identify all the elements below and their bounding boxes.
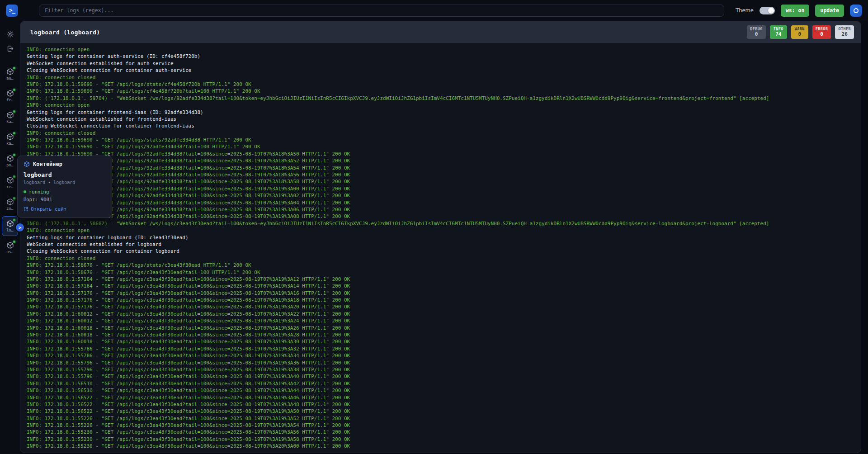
level-badge-label: OTHER	[838, 27, 851, 32]
container-cube-icon	[6, 111, 14, 119]
log-line: INFO: connection open	[27, 227, 861, 234]
level-badge[interactable]: ERROR 0	[812, 25, 831, 39]
log-line: INFO: 172.18.0.1:56522 - "GET /api/logs/…	[27, 401, 861, 408]
container-label: ka…	[6, 141, 13, 146]
log-line: INFO: 172.18.0.1:57176 - "GET /api/logs/…	[27, 297, 861, 303]
theme-label: Theme	[736, 7, 754, 14]
tooltip-status-text: running	[29, 189, 49, 194]
update-button[interactable]: update	[815, 5, 844, 17]
container-label: au…	[6, 76, 13, 80]
log-line: INFO: 172.18.0.1:59690 - "GET /api/logs/…	[27, 165, 861, 171]
running-status-dot	[13, 219, 15, 221]
tooltip-status: running	[24, 189, 106, 194]
log-panel: logboard (logboard) DEBUG 0 INFO 74 WARN…	[20, 21, 861, 453]
log-line: INFO: 172.18.0.1:59690 - "GET /api/logs/…	[27, 206, 861, 213]
container-cube-icon	[6, 176, 14, 184]
container-label: fr…	[6, 98, 13, 102]
container-label: re…	[6, 184, 13, 189]
sidebar-container-item[interactable]: re…	[2, 173, 18, 193]
settings-button[interactable]	[4, 28, 16, 40]
running-status-dot	[13, 110, 15, 113]
log-line: INFO: 172.18.0.1:59690 - "GET /api/logs/…	[27, 151, 861, 157]
sidebar-container-item[interactable]: au…	[2, 64, 18, 84]
container-label: us…	[6, 250, 13, 254]
log-line: INFO: connection open	[27, 102, 861, 109]
running-status-dot	[13, 241, 15, 243]
log-line: Closing WebSocket connection for contain…	[27, 248, 861, 255]
sidebar-container-item[interactable]: ka…	[2, 108, 18, 128]
log-line: INFO: 172.18.0.1:55226 - "GET /api/logs/…	[27, 415, 861, 422]
container-label: po…	[6, 163, 13, 167]
log-line: WebSocket connection established for log…	[27, 241, 861, 248]
app-logo-terminal-icon: >_	[6, 5, 18, 17]
level-badge-count: 0	[816, 31, 828, 38]
level-badge[interactable]: INFO 74	[770, 25, 787, 39]
log-line: INFO: 172.18.0.1:60018 - "GET /api/logs/…	[27, 331, 861, 338]
log-line: Getting logs for container logboard (ID:…	[27, 234, 861, 241]
log-line: INFO: 172.18.0.1:55796 - "GET /api/logs/…	[27, 373, 861, 380]
account-button[interactable]	[850, 5, 862, 17]
container-cube-icon	[6, 220, 14, 227]
cube-icon	[24, 161, 30, 167]
container-cube-icon	[6, 90, 14, 97]
level-badge-label: DEBUG	[750, 27, 763, 32]
topbar: >_ Theme ws: on update	[0, 0, 868, 21]
sidebar-container-item[interactable]: zo…	[2, 194, 18, 214]
websocket-status-button[interactable]: ws: on	[781, 5, 810, 17]
level-badge[interactable]: WARN 0	[791, 25, 808, 39]
log-line: INFO: 172.18.0.1:59690 - "GET /api/logs/…	[27, 137, 861, 143]
open-site-link-label: Открыть сайт	[31, 206, 66, 212]
log-line: INFO: 172.18.0.1:59690 - "GET /api/logs/…	[27, 157, 861, 164]
level-badge-count: 0	[750, 31, 763, 38]
tooltip-subtitle: logboard • logboard	[24, 180, 106, 185]
level-badge[interactable]: DEBUG 0	[747, 25, 766, 39]
container-tooltip: Контейнер logboard logboard • logboard r…	[17, 156, 112, 218]
log-line: INFO: 172.18.0.1:55786 - "GET /api/logs/…	[27, 352, 861, 359]
log-output[interactable]: INFO: connection open Getting logs for c…	[20, 43, 861, 453]
container-label: lo…	[6, 228, 13, 232]
external-link-icon	[24, 207, 28, 212]
running-status-dot	[13, 154, 15, 156]
logout-icon	[6, 45, 14, 52]
log-line: INFO: 172.18.0.1:60012 - "GET /api/logs/…	[27, 317, 861, 324]
log-line: INFO: 172.18.0.1:59690 - "GET /api/logs/…	[27, 171, 861, 178]
log-line: INFO: 172.18.0.1:59690 - "GET /api/logs/…	[27, 192, 861, 199]
theme-toggle[interactable]	[760, 7, 775, 14]
logout-button[interactable]	[4, 43, 16, 54]
log-line: INFO: 172.18.0.1:57164 - "GET /api/logs/…	[27, 283, 861, 289]
tooltip-header: Контейнер	[24, 161, 106, 167]
container-cube-icon	[6, 68, 14, 76]
panel-title: logboard (logboard)	[30, 29, 100, 36]
log-line: INFO: 172.18.0.1:60018 - "GET /api/logs/…	[27, 338, 861, 345]
log-line: INFO: 172.18.0.1:59690 - "GET /api/logs/…	[27, 88, 861, 95]
container-label: zo…	[6, 206, 13, 211]
log-line: INFO: connection closed	[27, 255, 861, 262]
log-line: INFO: 172.18.0.1:60012 - "GET /api/logs/…	[27, 311, 861, 317]
level-badge-label: WARN	[794, 27, 805, 32]
open-site-link[interactable]: Открыть сайт	[24, 206, 66, 212]
level-badge-count: 0	[794, 31, 805, 38]
log-line: Closing WebSocket connection for contain…	[27, 123, 861, 129]
log-filter-input[interactable]	[39, 5, 724, 17]
log-line: INFO: 172.18.0.1:60018 - "GET /api/logs/…	[27, 325, 861, 331]
log-line: WebSocket connection established for fro…	[27, 116, 861, 123]
log-panel-header: logboard (logboard) DEBUG 0 INFO 74 WARN…	[20, 21, 861, 43]
log-line: INFO: 172.18.0.1:55230 - "GET /api/logs/…	[27, 429, 861, 435]
running-status-dot	[13, 67, 15, 69]
sidebar-expand-button[interactable]: >	[15, 222, 25, 232]
running-status-dot	[13, 89, 15, 91]
level-count-badges: DEBUG 0 INFO 74 WARN 0 ERROR 0	[747, 25, 854, 39]
log-line: INFO: connection open	[27, 46, 861, 53]
sidebar-container-item[interactable]: po…	[2, 151, 18, 171]
sidebar-container-item[interactable]: us…	[2, 238, 18, 258]
tooltip-container-name: logboard	[24, 171, 106, 178]
log-line: INFO: 172.18.0.1:55226 - "GET /api/logs/…	[27, 422, 861, 429]
running-status-dot	[13, 175, 15, 178]
sidebar-container-item[interactable]: ka…	[2, 129, 18, 149]
chevron-right-icon: >	[19, 225, 22, 231]
level-badge-count: 74	[773, 31, 784, 38]
level-badge[interactable]: OTHER 26	[835, 25, 854, 39]
running-status-dot	[13, 132, 15, 134]
log-line: INFO: ('172.18.0.1', 59704) - "WebSocket…	[27, 95, 861, 102]
sidebar-container-item[interactable]: fr…	[2, 86, 18, 106]
